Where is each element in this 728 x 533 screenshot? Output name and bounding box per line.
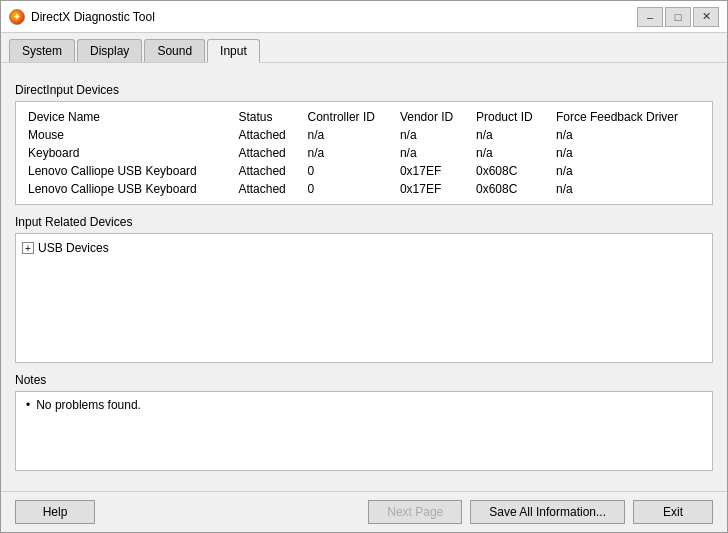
col-vendor-id: Vendor ID xyxy=(394,108,470,126)
col-product-id: Product ID xyxy=(470,108,550,126)
directinput-label: DirectInput Devices xyxy=(15,83,713,97)
notes-label: Notes xyxy=(15,373,713,387)
tab-system[interactable]: System xyxy=(9,39,75,62)
main-content: DirectInput Devices Device Name Status C… xyxy=(1,63,727,491)
notes-text: No problems found. xyxy=(36,398,141,412)
table-cell-2: n/a xyxy=(302,126,394,144)
table-cell-3: n/a xyxy=(394,144,470,162)
table-row: KeyboardAttachedn/an/an/an/a xyxy=(22,144,706,162)
table-cell-5: n/a xyxy=(550,180,706,198)
directinput-box: Device Name Status Controller ID Vendor … xyxy=(15,101,713,205)
table-cell-2: n/a xyxy=(302,144,394,162)
table-cell-4: n/a xyxy=(470,144,550,162)
col-device-name: Device Name xyxy=(22,108,232,126)
col-controller-id: Controller ID xyxy=(302,108,394,126)
main-window: ✦ DirectX Diagnostic Tool – □ ✕ System D… xyxy=(0,0,728,533)
table-cell-5: n/a xyxy=(550,162,706,180)
table-row: Lenovo Calliope USB KeyboardAttached00x1… xyxy=(22,162,706,180)
footer: Help Next Page Save All Information... E… xyxy=(1,491,727,532)
minimize-button[interactable]: – xyxy=(637,7,663,27)
notes-box: • No problems found. xyxy=(15,391,713,471)
tree-item-usb: + USB Devices xyxy=(22,240,706,256)
col-status: Status xyxy=(232,108,301,126)
tab-input[interactable]: Input xyxy=(207,39,260,63)
tabs-bar: System Display Sound Input xyxy=(1,33,727,63)
col-ffdriver: Force Feedback Driver xyxy=(550,108,706,126)
table-cell-2: 0 xyxy=(302,180,394,198)
table-cell-5: n/a xyxy=(550,126,706,144)
table-cell-4: 0x608C xyxy=(470,162,550,180)
tab-sound[interactable]: Sound xyxy=(144,39,205,62)
table-cell-3: 0x17EF xyxy=(394,162,470,180)
exit-button[interactable]: Exit xyxy=(633,500,713,524)
tree-item-usb-label: USB Devices xyxy=(38,241,109,255)
table-body: MouseAttachedn/an/an/an/aKeyboardAttache… xyxy=(22,126,706,198)
title-bar: ✦ DirectX Diagnostic Tool – □ ✕ xyxy=(1,1,727,33)
table-cell-1: Attached xyxy=(232,144,301,162)
table-row: Lenovo Calliope USB KeyboardAttached00x1… xyxy=(22,180,706,198)
help-button[interactable]: Help xyxy=(15,500,95,524)
footer-right: Next Page Save All Information... Exit xyxy=(368,500,713,524)
table-cell-1: Attached xyxy=(232,126,301,144)
table-cell-4: 0x608C xyxy=(470,180,550,198)
table-row: MouseAttachedn/an/an/an/a xyxy=(22,126,706,144)
table-cell-0: Lenovo Calliope USB Keyboard xyxy=(22,162,232,180)
save-all-button[interactable]: Save All Information... xyxy=(470,500,625,524)
notes-item: • No problems found. xyxy=(26,398,702,412)
table-cell-1: Attached xyxy=(232,162,301,180)
notes-section: Notes • No problems found. xyxy=(15,373,713,471)
directinput-table: Device Name Status Controller ID Vendor … xyxy=(22,108,706,198)
maximize-button[interactable]: □ xyxy=(665,7,691,27)
table-cell-0: Mouse xyxy=(22,126,232,144)
table-cell-4: n/a xyxy=(470,126,550,144)
table-header: Device Name Status Controller ID Vendor … xyxy=(22,108,706,126)
title-bar-left: ✦ DirectX Diagnostic Tool xyxy=(9,9,155,25)
input-related-tree: + USB Devices xyxy=(15,233,713,363)
tab-display[interactable]: Display xyxy=(77,39,142,62)
title-bar-controls: – □ ✕ xyxy=(637,7,719,27)
table-cell-5: n/a xyxy=(550,144,706,162)
app-icon: ✦ xyxy=(9,9,25,25)
table-cell-0: Keyboard xyxy=(22,144,232,162)
table-cell-0: Lenovo Calliope USB Keyboard xyxy=(22,180,232,198)
table-cell-3: 0x17EF xyxy=(394,180,470,198)
tree-expand-usb[interactable]: + xyxy=(22,242,34,254)
table-cell-1: Attached xyxy=(232,180,301,198)
next-page-button[interactable]: Next Page xyxy=(368,500,462,524)
window-title: DirectX Diagnostic Tool xyxy=(31,10,155,24)
bullet-icon: • xyxy=(26,398,30,412)
table-cell-3: n/a xyxy=(394,126,470,144)
close-button[interactable]: ✕ xyxy=(693,7,719,27)
input-related-section: Input Related Devices + USB Devices xyxy=(15,215,713,363)
directinput-section: DirectInput Devices Device Name Status C… xyxy=(15,83,713,205)
table-cell-2: 0 xyxy=(302,162,394,180)
footer-left: Help xyxy=(15,500,95,524)
input-related-label: Input Related Devices xyxy=(15,215,713,229)
